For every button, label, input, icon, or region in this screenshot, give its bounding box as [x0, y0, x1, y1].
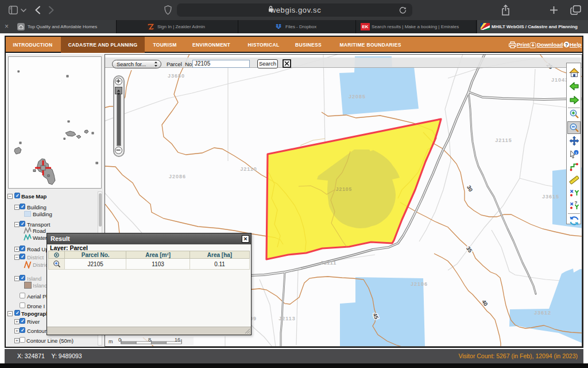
svg-text:?: ?	[565, 42, 568, 48]
svg-text:J2110: J2110	[240, 166, 257, 172]
svg-text:J2085: J2085	[349, 94, 366, 99]
svg-text:J3615: J3615	[542, 194, 559, 200]
svg-text:i: i	[576, 151, 577, 155]
svg-text:40: 40	[481, 298, 489, 307]
svg-text:J2106: J2106	[411, 281, 428, 287]
svg-text:J2086: J2086	[169, 174, 186, 179]
svg-text:?: ?	[575, 200, 578, 205]
svg-text:J2113: J2113	[278, 316, 296, 321]
svg-text:J2105: J2105	[336, 186, 353, 192]
svg-text:30: 30	[466, 185, 474, 193]
svg-text:J3680: J3680	[168, 73, 185, 79]
svg-text:J1111: J1111	[320, 260, 337, 266]
svg-text:J3612: J3612	[534, 310, 551, 316]
svg-text:J2115: J2115	[495, 137, 512, 143]
